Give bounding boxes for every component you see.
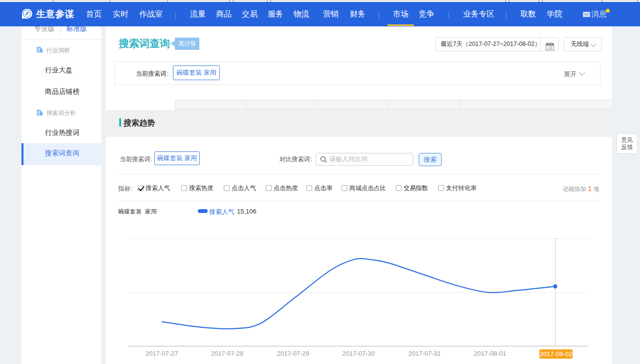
svg-text:15: 15 xyxy=(548,45,552,50)
